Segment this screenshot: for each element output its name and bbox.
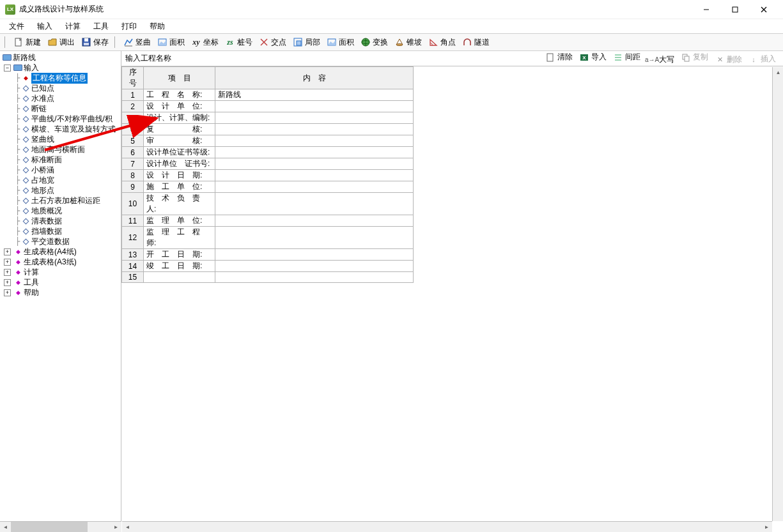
tree-item[interactable]: ├ 已知点 xyxy=(14,83,121,93)
item-cell[interactable]: 监 理 工 程 师: xyxy=(144,227,215,249)
table-row[interactable]: 9施 工 单 位: xyxy=(122,181,414,193)
tree-item[interactable]: ├ 清表数据 xyxy=(14,216,121,226)
close-button[interactable] xyxy=(749,1,778,19)
table-row[interactable]: 8设 计 日 期: xyxy=(122,170,414,181)
tree-item[interactable]: ├ 平交道数据 xyxy=(14,236,121,247)
content-cell[interactable] xyxy=(215,261,414,272)
tree-item[interactable]: ├ 断链 xyxy=(14,103,121,114)
tree-item[interactable]: ├ 水准点 xyxy=(14,93,121,103)
expand-icon[interactable]: + xyxy=(4,259,11,266)
column-header[interactable]: 内 容 xyxy=(215,67,414,89)
table-row[interactable]: 3设计、计算、编制: xyxy=(122,112,414,124)
toolbar-area1-button[interactable]: 面积 xyxy=(155,35,187,49)
toolbar-coord-button[interactable]: xy坐标 xyxy=(189,35,221,49)
toolbar-stake-button[interactable]: zs桩号 xyxy=(222,35,255,49)
toolbar-local-button[interactable]: 局部 xyxy=(290,35,323,49)
toolbar-save-button[interactable]: 保存 xyxy=(79,35,111,49)
item-cell[interactable]: 设计单位证书等级: xyxy=(144,147,215,158)
item-cell[interactable]: 竣 工 日 期: xyxy=(144,261,215,272)
panel-import-button[interactable]: X导入 xyxy=(576,51,610,64)
content-cell[interactable] xyxy=(215,249,414,261)
tree-item[interactable]: +◆生成表格(A4纸) xyxy=(3,247,121,257)
content-cell[interactable] xyxy=(215,147,414,158)
toolbar-area2-button[interactable]: 面积 xyxy=(324,35,357,49)
toolbar-convert-button[interactable]: 变换 xyxy=(358,35,391,49)
tree-item[interactable]: ├ 平曲线/不对称平曲线/积 xyxy=(14,114,121,124)
item-cell[interactable] xyxy=(144,272,215,283)
tree-item[interactable]: +◆帮助 xyxy=(3,287,121,298)
item-cell[interactable]: 监 理 单 位: xyxy=(144,215,215,227)
tree-item[interactable]: ├ ◆工程名称等信息 xyxy=(14,73,121,83)
tree-item[interactable]: ├ 竖曲线 xyxy=(14,134,121,144)
table-row[interactable]: 7设计单位 证书号: xyxy=(122,158,414,170)
menu-计算[interactable]: 计算 xyxy=(59,20,87,33)
content-cell[interactable]: 新路线 xyxy=(215,89,414,101)
content-cell[interactable] xyxy=(215,124,414,135)
item-cell[interactable]: 开 工 日 期: xyxy=(144,249,215,261)
item-cell[interactable]: 设计、计算、编制: xyxy=(144,112,215,124)
tree-item[interactable]: ├ 挡墙数据 xyxy=(14,226,121,236)
data-grid[interactable]: 序 号项 目内 容1工 程 名 称:新路线2设 计 单 位:3设计、计算、编制:… xyxy=(121,66,414,283)
column-header[interactable]: 项 目 xyxy=(144,67,215,89)
panel-case-button[interactable]: a→A大写 xyxy=(644,53,678,66)
panel-spacing-button[interactable]: 间距 xyxy=(610,51,644,64)
item-cell[interactable]: 复 核: xyxy=(144,124,215,135)
panel-clear-button[interactable]: 清除 xyxy=(542,51,576,64)
content-cell[interactable] xyxy=(215,101,414,112)
tree-item[interactable]: ├ 土石方表加桩和运距 xyxy=(14,195,121,206)
table-row[interactable]: 1工 程 名 称:新路线 xyxy=(122,89,414,101)
item-cell[interactable]: 设 计 单 位: xyxy=(144,101,215,112)
tree-panel[interactable]: 新路线−输入├ ◆工程名称等信息├ 已知点├ 水准点├ 断链├ 平曲线/不对称平… xyxy=(0,51,121,532)
main-vertical-scrollbar[interactable]: ▲ xyxy=(772,67,783,521)
tree-input[interactable]: −输入 xyxy=(3,63,121,73)
tree-horizontal-scrollbar[interactable]: ◄ ► xyxy=(0,521,121,532)
table-row[interactable]: 12监 理 工 程 师: xyxy=(122,227,414,249)
table-row[interactable]: 15 xyxy=(122,272,414,283)
content-cell[interactable] xyxy=(215,227,414,249)
table-row[interactable]: 10技 术 负 责 人: xyxy=(122,193,414,215)
toolbar-angle-button[interactable]: 角点 xyxy=(426,35,458,49)
item-cell[interactable]: 审 核: xyxy=(144,135,215,147)
toolbar-slope-button[interactable]: 锥坡 xyxy=(392,35,424,49)
content-cell[interactable] xyxy=(215,181,414,193)
menu-输入[interactable]: 输入 xyxy=(31,20,59,33)
toolbar-intersect-button[interactable]: 交点 xyxy=(256,35,289,49)
toolbar-open-button[interactable]: 调出 xyxy=(45,35,77,49)
tree-item[interactable]: +◆工具 xyxy=(3,277,121,287)
menu-文件[interactable]: 文件 xyxy=(3,20,31,33)
maximize-button[interactable] xyxy=(720,1,749,19)
content-cell[interactable] xyxy=(215,170,414,181)
scroll-right-button[interactable]: ► xyxy=(761,522,772,532)
expand-icon[interactable]: + xyxy=(4,269,11,276)
content-cell[interactable] xyxy=(215,272,414,283)
minimize-button[interactable] xyxy=(692,1,720,19)
scroll-left-button[interactable]: ◄ xyxy=(122,522,133,532)
scroll-thumb[interactable] xyxy=(11,522,88,532)
main-horizontal-scrollbar[interactable]: ◄ ► xyxy=(122,521,772,532)
menu-帮助[interactable]: 帮助 xyxy=(143,20,171,33)
menu-工具[interactable]: 工具 xyxy=(87,20,115,33)
item-cell[interactable]: 技 术 负 责 人: xyxy=(144,193,215,215)
content-cell[interactable] xyxy=(215,112,414,124)
tree-item[interactable]: +◆生成表格(A3纸) xyxy=(3,257,121,267)
content-cell[interactable] xyxy=(215,158,414,170)
expand-icon[interactable]: + xyxy=(4,248,11,255)
table-row[interactable]: 2设 计 单 位: xyxy=(122,101,414,112)
content-cell[interactable] xyxy=(215,135,414,147)
table-row[interactable]: 5审 核: xyxy=(122,135,414,147)
item-cell[interactable]: 设计单位 证书号: xyxy=(144,158,215,170)
item-cell[interactable]: 工 程 名 称: xyxy=(144,89,215,101)
toolbar-new-button[interactable]: 新建 xyxy=(11,35,43,49)
table-row[interactable]: 4复 核: xyxy=(122,124,414,135)
tree-item[interactable]: ├ 地面高与横断面 xyxy=(14,144,121,155)
table-row[interactable]: 13开 工 日 期: xyxy=(122,249,414,261)
tree-root[interactable]: 新路线 xyxy=(0,52,121,63)
menu-打印[interactable]: 打印 xyxy=(115,20,143,33)
content-cell[interactable] xyxy=(215,193,414,215)
grid-area[interactable]: 序 号项 目内 容1工 程 名 称:新路线2设 计 单 位:3设计、计算、编制:… xyxy=(121,66,783,532)
toolbar-vcurve-button[interactable]: 竖曲 xyxy=(121,35,153,49)
tree-item[interactable]: +◆计算 xyxy=(3,267,121,277)
tree-item[interactable]: ├ 地形点 xyxy=(14,185,121,195)
collapse-icon[interactable]: − xyxy=(4,65,11,72)
expand-icon[interactable]: + xyxy=(4,279,11,286)
